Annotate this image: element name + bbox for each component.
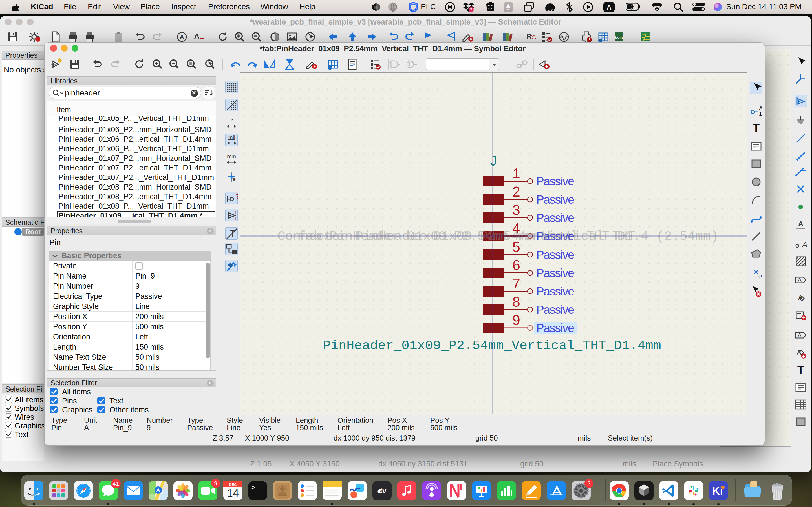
svg-text:PinHeader_01x09_P2.54mm_Vertic: PinHeader_01x09_P2.54mm_Vertical_THT_D1.… bbox=[323, 338, 661, 353]
svg-text:tv: tv bbox=[380, 487, 386, 495]
svg-text:4: 4 bbox=[512, 221, 520, 236]
svg-text:Passive: Passive bbox=[536, 211, 574, 224]
svg-text:T: T bbox=[753, 122, 760, 134]
svg-text:2: 2 bbox=[512, 184, 520, 200]
svg-text:7: 7 bbox=[512, 276, 520, 291]
svg-text:14: 14 bbox=[227, 487, 239, 499]
svg-text:?: ? bbox=[236, 192, 238, 200]
svg-text:Passive: Passive bbox=[536, 267, 574, 280]
svg-text:1: 1 bbox=[512, 166, 520, 181]
svg-text:bom: bom bbox=[615, 35, 622, 40]
svg-text:5: 5 bbox=[512, 239, 520, 255]
svg-text:A: A bbox=[798, 332, 802, 339]
svg-text:6: 6 bbox=[512, 258, 520, 273]
svg-text:J: J bbox=[489, 154, 498, 170]
svg-text:DEC: DEC bbox=[229, 483, 237, 487]
svg-text:A: A bbox=[759, 105, 762, 111]
svg-text:T: T bbox=[797, 364, 804, 376]
svg-text:A: A bbox=[798, 277, 802, 284]
svg-text:A: A bbox=[194, 32, 200, 40]
svg-text:Passive: Passive bbox=[536, 193, 574, 206]
svg-text:3: 3 bbox=[512, 202, 520, 218]
svg-text:A: A bbox=[180, 34, 184, 41]
svg-text:Passive: Passive bbox=[536, 303, 574, 316]
svg-text:7: 7 bbox=[470, 7, 472, 12]
svg-text:??: ?? bbox=[530, 34, 536, 40]
svg-text:A: A bbox=[798, 220, 804, 228]
svg-text:(0,0): (0,0) bbox=[758, 274, 762, 278]
svg-text:Passive: Passive bbox=[536, 248, 574, 262]
svg-text:A: A bbox=[606, 3, 611, 11]
svg-text:>_: >_ bbox=[252, 484, 259, 491]
svg-text:8: 8 bbox=[512, 294, 520, 310]
svg-text:Passive: Passive bbox=[536, 285, 574, 298]
svg-text:Passive: Passive bbox=[536, 175, 574, 188]
svg-text:fab:PinHeader_01x09_P2.54mm_Ve: fab:PinHeader_01x09_P2.54mm_Vertical_THT… bbox=[298, 229, 719, 244]
svg-text:Passive: Passive bbox=[536, 321, 574, 335]
svg-text:mm: mm bbox=[227, 154, 236, 159]
svg-text:A: A bbox=[802, 240, 807, 249]
svg-text:1: 1 bbox=[759, 111, 762, 117]
svg-text:in: in bbox=[230, 117, 234, 123]
svg-text:mil: mil bbox=[229, 134, 235, 140]
svg-text:9: 9 bbox=[512, 313, 520, 328]
